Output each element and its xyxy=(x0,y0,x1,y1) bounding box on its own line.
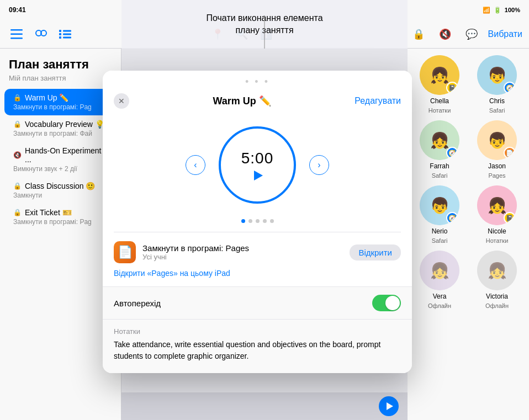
student-name: Victoria xyxy=(486,293,508,300)
student-avatar: 👦 🧭 xyxy=(420,185,459,225)
play-button[interactable] xyxy=(379,396,399,416)
svg-rect-2 xyxy=(10,38,23,39)
status-bar-left: 09:41 xyxy=(9,6,26,14)
student-app: Pages xyxy=(488,172,505,179)
app-lock-section: 📄 Замкнути в програмі: Pages Усі учні Ві… xyxy=(103,232,412,286)
svg-rect-7 xyxy=(59,33,61,35)
modal-close-button[interactable]: ✕ xyxy=(114,93,129,109)
mute-button[interactable]: 🔇 xyxy=(435,24,455,44)
open-button[interactable]: Відкрити xyxy=(350,244,401,260)
student-card-nerio[interactable]: 👦 🧭 Nerio Safari xyxy=(414,185,465,244)
avatar-badge-icon: 📓 xyxy=(446,82,458,94)
dot-3 xyxy=(256,219,260,223)
avatar-badge-icon: 📄 xyxy=(504,147,516,159)
svg-rect-10 xyxy=(63,36,71,38)
student-avatar: 👧 xyxy=(477,251,517,290)
svg-rect-9 xyxy=(59,36,61,39)
tooltip-area: Почати виконання елемента плану заняття xyxy=(121,0,408,49)
select-button[interactable]: Вибрати xyxy=(488,29,522,39)
dot-2 xyxy=(248,219,252,223)
status-bar-right: 📶 🔋 100% xyxy=(483,7,520,14)
sidebar-title: План заняття xyxy=(0,57,121,74)
svg-rect-1 xyxy=(10,33,23,35)
auto-transition-label: Автоперехід xyxy=(114,299,161,308)
modal-header: ✕ Warm Up ✏️ Редагувати xyxy=(103,91,412,115)
student-app: Safari xyxy=(432,172,448,179)
app-lock-info: Замкнути в програмі: Pages Усі учні xyxy=(142,243,343,261)
sidebar-item-label: Class Discussion 🙂 xyxy=(25,182,95,190)
student-avatar: 👦 📄 xyxy=(477,120,517,160)
student-card-nicole[interactable]: 👧 📓 Nicole Нотатки xyxy=(472,185,522,244)
sidebar-item-warm-up[interactable]: 🔒 Warm Up ✏️ Замкнути в програмі: Pag xyxy=(4,89,117,115)
pages-app-icon: 📄 xyxy=(114,241,136,263)
app-lock-link[interactable]: Відкрити «Pages» на цьому iPad xyxy=(114,269,401,278)
app-lock-row: 📄 Замкнути в програмі: Pages Усі учні Ві… xyxy=(114,241,401,263)
student-name: Vera xyxy=(433,293,447,300)
sidebar-item-title: 🔇 Hands-On Experiment ... xyxy=(13,146,108,164)
sidebar-item-label: Exit Ticket 🎫 xyxy=(25,208,72,217)
group-button[interactable] xyxy=(31,24,51,44)
student-name: Chris xyxy=(489,97,505,105)
students-panel: 👧 📓 Chella Нотатки 👦 🧭 Chris Safari 👧 🧭 … xyxy=(408,49,529,420)
student-name: Nerio xyxy=(432,227,448,235)
timer-circle[interactable]: 5:00 xyxy=(219,126,296,204)
student-card-chella[interactable]: 👧 📓 Chella Нотатки xyxy=(414,55,465,114)
battery-icon: 🔋 xyxy=(494,7,501,14)
app-lock-title: Замкнути в програмі: Pages xyxy=(142,243,343,253)
student-card-farrah[interactable]: 👧 🧭 Farrah Safari xyxy=(414,120,465,179)
sidebar-item-sub: Замкнути в програмі: Pag xyxy=(13,218,108,226)
dot-5 xyxy=(270,219,274,223)
sidebar-item-exit[interactable]: 🔒 Exit Ticket 🎫 Замкнути в програмі: Pag xyxy=(4,204,117,230)
avatar-image: 👧 xyxy=(420,251,459,290)
student-card-chris[interactable]: 👦 🧭 Chris Safari xyxy=(472,55,522,114)
page-dots-indicator xyxy=(103,215,412,232)
sidebar-item-class-disc[interactable]: 🔒 Class Discussion 🙂 Замкнути xyxy=(4,177,117,204)
student-name: Jason xyxy=(488,162,506,170)
student-avatar: 👧 📓 xyxy=(477,185,517,225)
avatar-badge-icon: 🧭 xyxy=(504,82,516,94)
sidebar-item-hands-on[interactable]: 🔇 Hands-On Experiment ... Вимкнути звук … xyxy=(4,142,117,177)
svg-rect-0 xyxy=(10,29,23,31)
student-avatar: 👧 xyxy=(420,251,459,290)
auto-transition-toggle[interactable] xyxy=(372,295,401,311)
sidebar-toggle-button[interactable] xyxy=(7,24,27,44)
sidebar-item-sub: Замкнути xyxy=(13,192,108,199)
sidebar-item-title: 🔒 Exit Ticket 🎫 xyxy=(13,208,108,217)
modal-edit-button[interactable]: Редагувати xyxy=(355,96,401,106)
dot-1 xyxy=(241,219,245,223)
sidebar-item-title: 🔒 Warm Up ✏️ xyxy=(13,93,108,102)
sidebar-item-label: Vocabulary Preview 💡 xyxy=(25,120,104,129)
student-avatar: 👧 🧭 xyxy=(420,120,459,160)
student-app: Safari xyxy=(432,237,448,244)
timer-display: 5:00 xyxy=(241,150,274,167)
sidebar-item-vocab[interactable]: 🔒 Vocabulary Preview 💡 Замкнути в програ… xyxy=(4,115,117,142)
svg-rect-5 xyxy=(59,30,61,32)
student-app: Нотатки xyxy=(486,237,509,244)
sidebar-item-title: 🔒 Vocabulary Preview 💡 xyxy=(13,120,108,129)
notes-section: Нотатки Take attendance, write essential… xyxy=(103,319,412,373)
modal-dialog: • • • ✕ Warm Up ✏️ Редагувати ‹ 5:00 › 📄… xyxy=(103,71,412,373)
student-name: Chella xyxy=(430,97,449,105)
student-card-jason[interactable]: 👦 📄 Jason Pages xyxy=(472,120,522,179)
drag-dots-icon: • • • xyxy=(245,76,269,88)
tooltip-line xyxy=(264,15,265,49)
status-time: 09:41 xyxy=(9,6,26,14)
student-card-victoria[interactable]: 👧 Victoria Офлайн xyxy=(472,251,522,309)
sidebar-item-sub: Вимкнути звук + 2 дії xyxy=(13,165,108,173)
student-app: Safari xyxy=(489,107,505,114)
sidebar-item-label: Hands-On Experiment ... xyxy=(25,146,108,164)
avatar-badge-icon: 🧭 xyxy=(446,147,458,159)
sidebar-item-sub: Замкнути в програмі: Pag xyxy=(13,103,108,111)
battery-percent: 100% xyxy=(505,7,520,13)
timer-next-button[interactable]: › xyxy=(309,155,329,175)
timer-section: ‹ 5:00 › xyxy=(103,115,412,215)
student-card-vera[interactable]: 👧 Vera Офлайн xyxy=(414,251,465,309)
timer-prev-button[interactable]: ‹ xyxy=(186,155,205,175)
chat-button[interactable]: 💬 xyxy=(462,24,482,44)
lock-button[interactable]: 🔒 xyxy=(409,24,429,44)
play-icon xyxy=(387,402,393,410)
dot-4 xyxy=(263,219,267,223)
sidebar-item-sub: Замкнути в програмі: Фай xyxy=(13,130,108,137)
notes-label: Нотатки xyxy=(114,327,401,336)
list-button[interactable] xyxy=(55,24,75,44)
